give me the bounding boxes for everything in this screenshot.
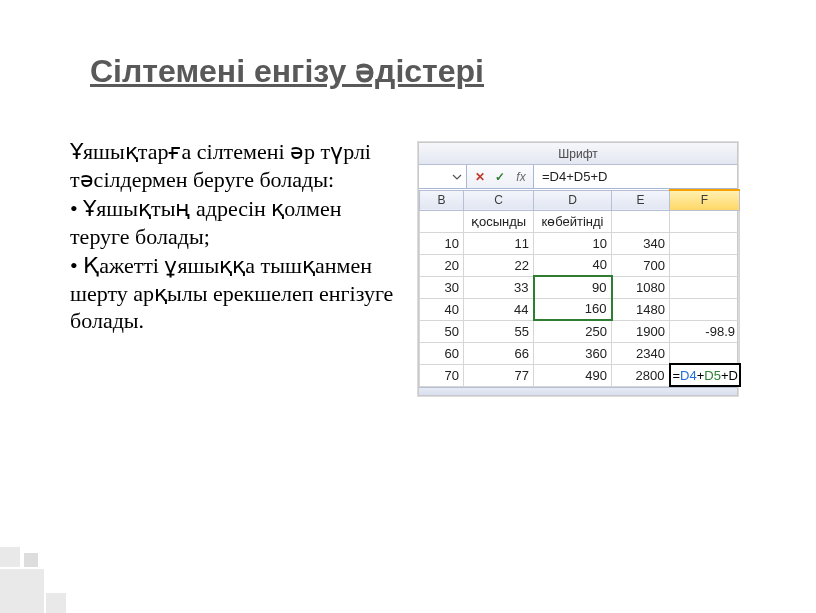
table-row: 20 22 40 700 (420, 254, 740, 276)
col-header-b[interactable]: B (420, 190, 464, 210)
table-row: 10 11 10 340 (420, 232, 740, 254)
col-header-e[interactable]: E (612, 190, 670, 210)
ribbon-group-label: Шрифт (419, 143, 737, 165)
cell[interactable]: 55 (464, 320, 534, 342)
cell[interactable] (420, 210, 464, 232)
body-text: Ұяшықтарға сілтемені әр түрлі тәсілдерме… (70, 138, 400, 396)
cell[interactable]: 360 (534, 342, 612, 364)
editing-cell[interactable]: =D4+D5+D (670, 364, 740, 386)
cell[interactable]: 1900 (612, 320, 670, 342)
intro-text: Ұяшықтарға сілтемені әр түрлі тәсілдерме… (70, 138, 400, 193)
cell[interactable] (670, 232, 740, 254)
cell[interactable]: 2340 (612, 342, 670, 364)
table-row: 50 55 250 1900 -98.9 (420, 320, 740, 342)
cell[interactable]: 30 (420, 276, 464, 298)
cell[interactable]: 20 (420, 254, 464, 276)
slide-title: Сілтемені енгізу әдістері (90, 52, 756, 90)
cell[interactable]: 60 (420, 342, 464, 364)
bullet-2: • Қажетті ұяшыққа тышқанмен шерту арқылы… (70, 252, 400, 335)
column-headers: B C D E F (420, 190, 740, 210)
cell[interactable]: 40 (420, 298, 464, 320)
cell[interactable]: 250 (534, 320, 612, 342)
cell[interactable]: 33 (464, 276, 534, 298)
cell[interactable]: 10 (420, 232, 464, 254)
table-row: 70 77 490 2800 =D4+D5+D (420, 364, 740, 386)
table-row: 40 44 160 1480 (420, 298, 740, 320)
sheet-bottom-strip (419, 387, 737, 395)
table-row: қосынды көбейтінді (420, 210, 740, 232)
cell[interactable] (670, 210, 740, 232)
enter-formula-icon[interactable]: ✓ (493, 170, 507, 184)
cell[interactable]: көбейтінді (534, 210, 612, 232)
formula-bar-row: ✕ ✓ fx =D4+D5+D (419, 165, 737, 189)
col-header-f[interactable]: F (670, 190, 740, 210)
col-header-d[interactable]: D (534, 190, 612, 210)
cell[interactable]: 44 (464, 298, 534, 320)
cell[interactable] (612, 210, 670, 232)
cell[interactable]: 700 (612, 254, 670, 276)
cell[interactable]: қосынды (464, 210, 534, 232)
cell[interactable] (670, 254, 740, 276)
cell-selected[interactable]: 90 (534, 276, 612, 298)
formula-bar-input[interactable]: =D4+D5+D (534, 165, 737, 188)
cell[interactable]: 340 (612, 232, 670, 254)
cell[interactable] (670, 298, 740, 320)
excel-screenshot: Шрифт ✕ ✓ fx =D4+D5+D (418, 142, 738, 396)
spreadsheet-grid: B C D E F қосынды көбейтінді (419, 189, 741, 387)
cell[interactable] (670, 342, 740, 364)
table-row: 30 33 90 1080 (420, 276, 740, 298)
cell[interactable]: 10 (534, 232, 612, 254)
chevron-down-icon (452, 172, 462, 182)
corner-decoration (0, 523, 90, 613)
cell[interactable] (670, 276, 740, 298)
cell[interactable]: -98.9 (670, 320, 740, 342)
cell-selected[interactable]: 160 (534, 298, 612, 320)
cell[interactable]: 11 (464, 232, 534, 254)
cell[interactable]: 50 (420, 320, 464, 342)
name-box[interactable] (419, 165, 467, 188)
cell[interactable]: 77 (464, 364, 534, 386)
cell[interactable]: 70 (420, 364, 464, 386)
cell[interactable]: 2800 (612, 364, 670, 386)
table-row: 60 66 360 2340 (420, 342, 740, 364)
cell[interactable]: 40 (534, 254, 612, 276)
cell[interactable]: 1480 (612, 298, 670, 320)
cell[interactable]: 66 (464, 342, 534, 364)
cancel-formula-icon[interactable]: ✕ (473, 170, 487, 184)
bullet-1: • Ұяшықтың адресін қолмен теруге болады; (70, 195, 400, 250)
cell[interactable]: 1080 (612, 276, 670, 298)
fx-icon[interactable]: fx (513, 170, 527, 184)
cell[interactable]: 490 (534, 364, 612, 386)
col-header-c[interactable]: C (464, 190, 534, 210)
cell[interactable]: 22 (464, 254, 534, 276)
